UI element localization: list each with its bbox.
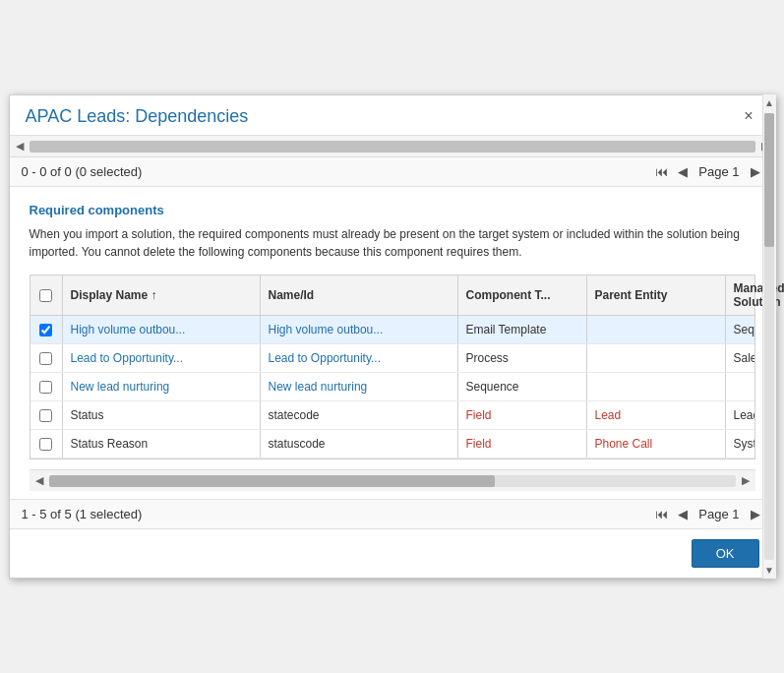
row-3-managed-solution: Lead Management (726, 401, 754, 429)
dependencies-dialog: APAC Leads: Dependencies × ◀ ▶ 0 - 0 of … (9, 94, 776, 579)
row-4-checkbox[interactable] (39, 438, 52, 451)
row-2-parent-entity (587, 373, 725, 400)
top-page-info: 0 - 0 of 0 (0 selected) (22, 164, 143, 179)
vertical-scrollbar[interactable]: ▲ ▼ (762, 94, 776, 579)
row-1-name-id[interactable]: Lead to Opportunity... (261, 344, 457, 372)
content-area: Required components When you import a so… (10, 187, 775, 499)
dependencies-grid: Display Name ↑ Name/Id Component T... Pa… (30, 275, 755, 459)
row-4-managed-solution: System Solution (726, 430, 754, 458)
grid-header: Display Name ↑ Name/Id Component T... Pa… (30, 275, 754, 316)
bottom-page-info: 1 - 5 of 5 (1 selected) (22, 507, 143, 521)
table-row[interactable]: High volume outbou... High volume outbou… (30, 316, 754, 344)
row-0-display-name[interactable]: High volume outbou... (63, 316, 260, 343)
col-header-component-type: Component T... (458, 275, 586, 315)
required-description: When you import a solution, the required… (30, 225, 755, 261)
row-1-managed-solution: Sales (726, 344, 754, 372)
row-0-name-id[interactable]: High volume outbou... (261, 316, 457, 343)
bottom-pagination-bar: 1 - 5 of 5 (1 selected) ⏮ ◀ Page 1 ▶ (10, 499, 775, 528)
row-4-checkbox-cell (30, 430, 62, 458)
top-first-page-button[interactable]: ⏮ (652, 163, 671, 180)
row-0-managed-solution: Sequence (726, 316, 754, 343)
top-horizontal-scrollbar[interactable] (30, 141, 755, 153)
col-header-name-id: Name/Id (261, 275, 457, 315)
close-button[interactable]: × (738, 105, 758, 127)
header-checkbox-cell (30, 275, 62, 315)
top-next-page-button[interactable]: ▶ (748, 163, 763, 180)
row-1-component-type: Process (458, 344, 586, 372)
row-3-checkbox[interactable] (39, 409, 52, 422)
top-prev-page-button[interactable]: ◀ (675, 163, 691, 180)
vscroll-down-arrow[interactable]: ▼ (761, 562, 777, 579)
row-0-component-type: Email Template (458, 316, 586, 343)
select-all-checkbox[interactable] (39, 289, 52, 302)
top-page-nav: ⏮ ◀ Page 1 ▶ (652, 163, 762, 180)
bottom-scroll-right-arrow[interactable]: ▶ (740, 474, 752, 487)
top-page-label: Page 1 (698, 164, 739, 179)
row-4-name-id: statuscode (261, 430, 457, 458)
row-0-checkbox[interactable] (39, 324, 52, 336)
vscroll-track[interactable] (764, 113, 774, 560)
required-heading: Required components (30, 203, 755, 217)
table-row[interactable]: Lead to Opportunity... Lead to Opportuni… (30, 344, 754, 373)
row-2-component-type: Sequence (458, 373, 586, 400)
row-3-checkbox-cell (30, 401, 62, 429)
dialog-footer: OK (10, 528, 775, 578)
top-scrollbar-thumb (30, 141, 755, 153)
row-2-checkbox-cell (30, 373, 62, 400)
ok-button[interactable]: OK (692, 539, 759, 568)
row-1-checkbox[interactable] (39, 352, 52, 365)
row-4-display-name: Status Reason (63, 430, 260, 458)
title-bar: APAC Leads: Dependencies × (10, 95, 775, 136)
table-row[interactable]: Status Reason statuscode Field Phone Cal… (30, 430, 754, 459)
bottom-horizontal-scrollbar[interactable] (49, 475, 736, 487)
row-2-display-name[interactable]: New lead nurturing (63, 373, 260, 400)
table-row[interactable]: Status statecode Field Lead Lead Managem… (30, 401, 754, 430)
top-scrollbar-area: ◀ ▶ (10, 136, 775, 157)
bottom-scroll-left-arrow[interactable]: ◀ (33, 474, 45, 487)
col-header-display-name: Display Name ↑ (63, 275, 260, 315)
row-3-name-id: statecode (261, 401, 457, 429)
row-0-parent-entity (587, 316, 725, 343)
bottom-next-page-button[interactable]: ▶ (748, 506, 763, 522)
row-2-name-id[interactable]: New lead nurturing (261, 373, 457, 400)
vscroll-up-arrow[interactable]: ▲ (761, 94, 777, 111)
row-3-component-type[interactable]: Field (458, 401, 586, 429)
table-row[interactable]: New lead nurturing New lead nurturing Se… (30, 373, 754, 401)
bottom-scrollbar-thumb (49, 475, 496, 487)
bottom-scrollbar-area: ◀ ▶ (30, 469, 755, 491)
row-2-managed-solution (726, 373, 754, 400)
row-1-checkbox-cell (30, 344, 62, 372)
row-1-display-name[interactable]: Lead to Opportunity... (63, 344, 260, 372)
dialog-title: APAC Leads: Dependencies (26, 106, 249, 127)
row-2-checkbox[interactable] (39, 381, 52, 394)
row-3-parent-entity[interactable]: Lead (587, 401, 725, 429)
row-3-display-name: Status (63, 401, 260, 429)
bottom-page-label: Page 1 (698, 507, 739, 521)
vscroll-thumb (764, 113, 774, 247)
row-1-parent-entity (587, 344, 725, 372)
bottom-prev-page-button[interactable]: ◀ (675, 506, 691, 522)
bottom-page-nav: ⏮ ◀ Page 1 ▶ (652, 506, 762, 522)
row-4-component-type[interactable]: Field (458, 430, 586, 458)
col-header-parent-entity: Parent Entity (587, 275, 725, 315)
row-4-parent-entity[interactable]: Phone Call (587, 430, 725, 458)
scroll-left-arrow[interactable]: ◀ (14, 140, 26, 153)
top-pagination-bar: 0 - 0 of 0 (0 selected) ⏮ ◀ Page 1 ▶ (10, 157, 775, 187)
row-0-checkbox-cell (30, 316, 62, 343)
bottom-first-page-button[interactable]: ⏮ (652, 506, 671, 522)
